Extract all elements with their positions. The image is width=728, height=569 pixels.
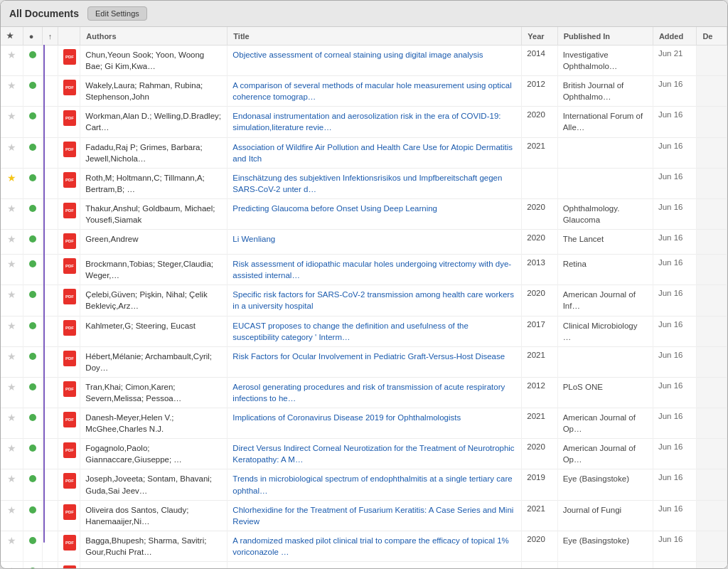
pdf-cell[interactable] [58,439,80,469]
pdf-icon[interactable] [63,289,76,304]
col-header-authors[interactable]: Authors [80,27,228,46]
title-text[interactable]: A randomized masked pilot clinical trial… [232,536,508,556]
pdf-cell[interactable] [58,46,80,76]
title-text[interactable]: Risk Factors for Ocular Involvement in P… [232,352,505,361]
pdf-icon[interactable] [63,49,76,65]
edit-settings-button[interactable]: Edit Settings [87,6,147,21]
star-cell[interactable]: ★ [1,439,23,469]
title-text[interactable]: Risk assessment of idiopathic macular ho… [232,260,511,280]
pdf-icon[interactable] [63,320,76,336]
pdf-cell[interactable] [58,255,80,285]
star-cell[interactable]: ★ [1,168,23,198]
read-status-cell[interactable] [23,198,42,229]
star-cell[interactable]: ★ [1,285,23,316]
title-cell[interactable]: Einschätzung des subjektiven Infektionsr… [228,168,522,198]
title-text[interactable]: Assessment of Diagnostic Status for More… [232,567,393,568]
title-cell[interactable]: A comparison of several methods of macul… [228,76,522,107]
pdf-icon[interactable] [63,473,76,489]
col-header-added[interactable]: Added [653,27,697,46]
title-cell[interactable]: Trends in microbiological spectrum of en… [228,469,522,500]
pdf-cell[interactable] [58,346,80,377]
title-cell[interactable]: Li Wenliang [228,230,522,255]
star-cell[interactable]: ★ [1,562,23,569]
read-status-cell[interactable] [23,76,42,107]
read-status-cell[interactable] [23,230,42,255]
pdf-cell[interactable] [58,408,80,439]
read-status-cell[interactable] [23,500,42,531]
title-text[interactable]: Einschätzung des subjektiven Infektionsr… [232,174,502,193]
star-cell[interactable]: ★ [1,377,23,408]
read-status-cell[interactable] [23,285,42,316]
pdf-cell[interactable] [58,168,80,198]
title-text[interactable]: Implications of Coronavirus Disease 2019… [232,413,461,422]
col-header-pub[interactable]: Published In [557,27,653,46]
pdf-cell[interactable] [58,107,80,137]
star-cell[interactable]: ★ [1,346,23,377]
read-status-cell[interactable] [23,562,42,569]
read-status-cell[interactable] [23,107,42,137]
pdf-icon[interactable] [63,233,76,249]
star-cell[interactable]: ★ [1,500,23,531]
title-text[interactable]: Li Wenliang [232,235,275,243]
read-status-cell[interactable] [23,255,42,285]
pdf-cell[interactable] [58,137,80,168]
pdf-cell[interactable] [58,76,80,107]
read-status-cell[interactable] [23,531,42,561]
title-text[interactable]: Chlorhexidine for the Treatment of Fusar… [232,506,513,526]
title-cell[interactable]: Risk Factors for Ocular Involvement in P… [228,346,522,377]
title-cell[interactable]: Specific risk factors for SARS-CoV-2 tra… [228,285,522,316]
pdf-icon[interactable] [63,80,76,95]
pdf-icon[interactable] [63,351,76,366]
pdf-icon[interactable] [63,203,76,218]
title-cell[interactable]: EUCAST proposes to change the definition… [228,316,522,346]
title-cell[interactable]: Association of Wildfire Air Pollution an… [228,137,522,168]
pdf-icon[interactable] [63,504,76,520]
star-cell[interactable]: ★ [1,46,23,76]
title-cell[interactable]: Predicting Glaucoma before Onset Using D… [228,198,522,229]
pdf-cell[interactable] [58,469,80,500]
title-text[interactable]: Specific risk factors for SARS-CoV-2 tra… [232,290,514,310]
star-cell[interactable]: ★ [1,107,23,137]
pdf-icon[interactable] [63,565,76,568]
star-cell[interactable]: ★ [1,198,23,229]
read-status-cell[interactable] [23,439,42,469]
title-cell[interactable]: Risk assessment of idiopathic macular ho… [228,255,522,285]
title-cell[interactable]: Direct Versus Indirect Corneal Neurotiza… [228,439,522,469]
star-cell[interactable]: ★ [1,76,23,107]
col-header-star[interactable]: ★ [1,27,23,46]
col-header-dot[interactable]: ● [23,27,42,46]
read-status-cell[interactable] [23,408,42,439]
title-text[interactable]: Aerosol generating procedures and risk o… [232,383,505,403]
pdf-cell[interactable] [58,285,80,316]
read-status-cell[interactable] [23,137,42,168]
title-cell[interactable]: A randomized masked pilot clinical trial… [228,531,522,561]
star-cell[interactable]: ★ [1,255,23,285]
col-header-year[interactable]: Year [522,27,557,46]
title-cell[interactable]: Chlorhexidine for the Treatment of Fusar… [228,500,522,531]
title-cell[interactable]: Endonasal instrumentation and aerosoliza… [228,107,522,137]
col-header-title[interactable]: Title [228,27,522,46]
title-cell[interactable]: Aerosol generating procedures and risk o… [228,377,522,408]
read-status-cell[interactable] [23,168,42,198]
star-cell[interactable]: ★ [1,531,23,561]
col-header-sort[interactable]: ↑ [42,27,58,46]
title-text[interactable]: Trends in microbiological spectrum of en… [232,474,512,494]
pdf-icon[interactable] [63,381,76,397]
star-cell[interactable]: ★ [1,137,23,168]
title-cell[interactable]: Implications of Coronavirus Disease 2019… [228,408,522,439]
title-text[interactable]: Direct Versus Indirect Corneal Neurotiza… [232,444,514,464]
pdf-cell[interactable] [58,500,80,531]
pdf-cell[interactable] [58,562,80,569]
star-cell[interactable]: ★ [1,230,23,255]
pdf-icon[interactable] [63,442,76,458]
pdf-icon[interactable] [63,110,76,126]
read-status-cell[interactable] [23,469,42,500]
pdf-cell[interactable] [58,531,80,561]
title-cell[interactable]: Objective assessment of corneal staining… [228,46,522,76]
read-status-cell[interactable] [23,377,42,408]
pdf-icon[interactable] [63,412,76,427]
title-text[interactable]: A comparison of several methods of macul… [232,81,511,101]
pdf-cell[interactable] [58,198,80,229]
pdf-icon[interactable] [63,535,76,551]
star-cell[interactable]: ★ [1,469,23,500]
